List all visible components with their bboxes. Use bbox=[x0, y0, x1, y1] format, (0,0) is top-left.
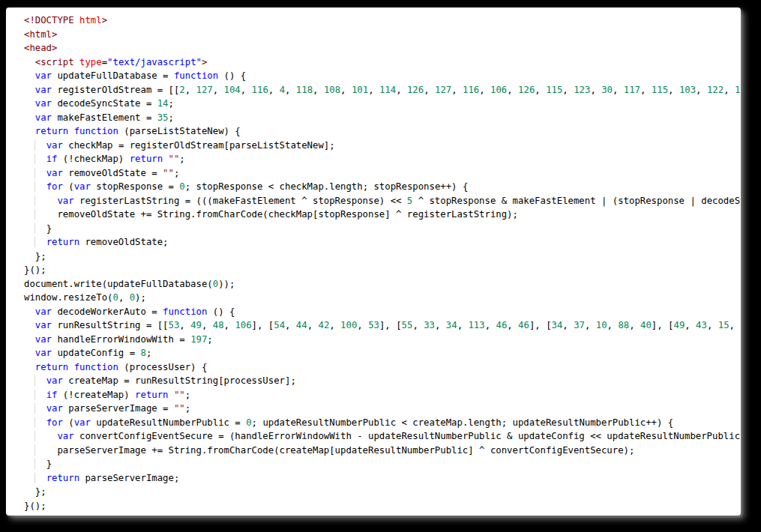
code-line: var runResultString = [[53, 49, 48, 106]… bbox=[24, 318, 741, 333]
code-line: <html> bbox=[24, 28, 741, 42]
code-line: var registerLastString = (((makeFastElem… bbox=[24, 194, 741, 208]
code-line: for (var updateResultNumberPublic = 0; u… bbox=[24, 416, 741, 430]
code-line: for (var stopResponse = 0; stopResponse … bbox=[24, 180, 741, 194]
code-editor-panel: <!DOCTYPE html><html><head> <script type… bbox=[6, 7, 741, 516]
indent-guide bbox=[24, 473, 46, 483]
indent-guide bbox=[24, 251, 35, 262]
code-line: var removeOldState = ""; bbox=[24, 166, 741, 181]
code-line: }; bbox=[24, 485, 741, 499]
indent-guide bbox=[24, 112, 35, 123]
indent-guide bbox=[24, 126, 35, 136]
indent-guide bbox=[24, 390, 46, 400]
code-line: if (!createMap) return ""; bbox=[24, 388, 741, 402]
page-background: { "page": { "background_color": "#000000… bbox=[0, 0, 761, 532]
indent-guide bbox=[24, 57, 35, 67]
code-line: var updateFullDatabase = function () { bbox=[24, 69, 741, 83]
code-line: parseServerImage += String.fromCharCode(… bbox=[24, 444, 741, 458]
code-line: var decodeSyncState = 14; bbox=[24, 97, 741, 111]
code-line: var checkMap = registerOldStream[parseLi… bbox=[24, 139, 741, 153]
indent-guide bbox=[24, 320, 35, 330]
code-line: } bbox=[24, 222, 741, 236]
code-line: var makeFastElement = 35; bbox=[24, 111, 741, 125]
code-line: var parseServerImage = ""; bbox=[24, 402, 741, 416]
indent-guide bbox=[24, 403, 46, 414]
indent-guide bbox=[24, 154, 46, 164]
code-line: }(); bbox=[24, 499, 741, 513]
indent-guide bbox=[24, 196, 57, 206]
code-line: return function (parseListStateNew) { bbox=[24, 124, 741, 139]
code-line: <!DOCTYPE html> bbox=[24, 13, 741, 28]
code-line: if (!checkMap) return ""; bbox=[24, 152, 741, 166]
code-line: return function (processUser) { bbox=[24, 360, 741, 375]
indent-guide bbox=[24, 375, 46, 386]
code-line: var registerOldStream = [[2, 127, 104, 1… bbox=[24, 83, 741, 97]
code-line: } bbox=[24, 457, 741, 471]
indent-guide bbox=[24, 237, 46, 247]
code-line: <head> bbox=[24, 41, 741, 55]
indent-guide bbox=[24, 168, 46, 178]
code-line: window.resizeTo(0, 0); bbox=[24, 291, 741, 305]
indent-guide bbox=[24, 362, 35, 372]
code-line: }; bbox=[24, 250, 741, 264]
indent-guide bbox=[24, 348, 35, 358]
code-line: document.write(updateFullDatabase(0)); bbox=[24, 277, 741, 291]
code-line: <script type="text/javascript"> bbox=[24, 55, 741, 70]
indent-guide bbox=[24, 223, 46, 234]
code-line: }(); bbox=[24, 263, 741, 277]
code-line: var createMap = runResultString[processU… bbox=[24, 374, 741, 388]
indent-guide bbox=[24, 98, 35, 109]
code-line: return parseServerImage; bbox=[24, 471, 741, 486]
indent-guide bbox=[24, 459, 46, 469]
indent-guide bbox=[24, 445, 57, 456]
code-line: removeOldState += String.fromCharCode(ch… bbox=[24, 208, 741, 222]
indent-guide bbox=[24, 334, 35, 345]
indent-guide bbox=[24, 70, 35, 81]
code-line: var handleErrorWindowWith = 197; bbox=[24, 333, 741, 347]
indent-guide bbox=[24, 85, 35, 95]
code-line: var updateConfig = 8; bbox=[24, 346, 741, 360]
indent-guide bbox=[24, 431, 57, 441]
code-line: return removeOldState; bbox=[24, 235, 741, 250]
code-line: var convertConfigEventSecure = (handleEr… bbox=[24, 429, 741, 444]
indent-guide bbox=[24, 209, 57, 220]
code-line: var decodeWorkerAuto = function () { bbox=[24, 305, 741, 319]
indent-guide bbox=[24, 306, 35, 317]
indent-guide bbox=[24, 181, 46, 192]
indent-guide bbox=[24, 486, 35, 497]
indent-guide bbox=[24, 417, 46, 428]
indent-guide bbox=[24, 140, 46, 151]
code-lines: <!DOCTYPE html><html><head> <script type… bbox=[6, 7, 741, 516]
